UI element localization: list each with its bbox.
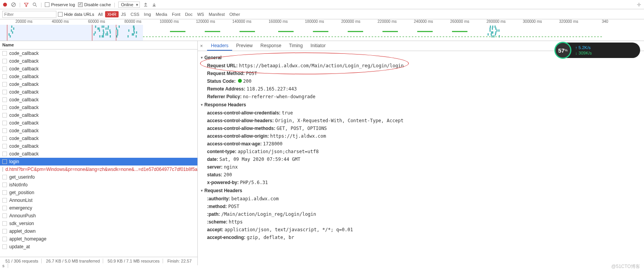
filter-icon[interactable] [24, 2, 29, 7]
timeline-tick: 340 [602, 19, 608, 24]
header-kv: x-powered-by: PHP/5.6.31 [201, 179, 641, 186]
header-kv: access-control-max-age: 1728000 [201, 140, 641, 148]
request-name: update_at [9, 244, 30, 249]
request-name: login [9, 159, 19, 164]
file-icon [2, 190, 7, 195]
filter-bar: Hide data URLs AllXHRJSCSSImgMediaFontDo… [0, 9, 644, 19]
file-icon [2, 144, 7, 148]
request-row[interactable]: code_callback [0, 142, 197, 150]
request-row[interactable]: code_callback [0, 111, 197, 119]
request-name: code_callback [9, 143, 39, 149]
request-row[interactable]: code_callback [0, 127, 197, 135]
request-row[interactable]: applet_down [0, 227, 197, 235]
request-row[interactable]: code_callback [0, 65, 197, 73]
header-kv: server: nginx [201, 163, 641, 171]
header-kv: access-control-allow-methods: GET, POST,… [201, 125, 641, 132]
name-column-header[interactable]: Name [0, 41, 197, 49]
request-row[interactable]: login [0, 158, 197, 166]
download-icon[interactable] [151, 2, 157, 7]
filter-type-all[interactable]: All [96, 11, 105, 17]
filter-type-css[interactable]: CSS [128, 11, 142, 17]
header-kv: :authority: betaapi.aldwx.com [201, 195, 641, 203]
tab-initiator[interactable]: Initiator [307, 41, 330, 51]
request-row[interactable]: code_callback [0, 73, 197, 80]
file-icon [2, 183, 7, 187]
section-header[interactable]: Request Headers [201, 186, 641, 195]
filter-type-doc[interactable]: Doc [183, 11, 195, 17]
filter-type-media[interactable]: Media [153, 11, 170, 17]
header-kv: access-control-allow-origin: https://tj.… [201, 132, 641, 140]
tab-preview[interactable]: Preview [232, 41, 257, 51]
tab-response[interactable]: Response [257, 41, 285, 51]
filter-type-js[interactable]: JS [119, 11, 128, 17]
network-speed-meter: 57% ↑ 5.2K/s ↓ 309K/s [555, 43, 640, 58]
file-icon [2, 51, 7, 56]
filter-type-font[interactable]: Font [170, 11, 183, 17]
request-row[interactable]: code_callback [0, 135, 197, 142]
request-row[interactable]: AnnounList [0, 196, 197, 204]
preserve-log-toggle[interactable]: Preserve log [45, 2, 75, 7]
request-name: code_callback [9, 51, 39, 56]
request-name: applet_homepage [9, 236, 46, 242]
request-row[interactable]: get_userinfo [0, 173, 197, 181]
record-icon[interactable] [2, 2, 8, 7]
headers-detail[interactable]: GeneralRequest URL: https://betaapi.aldw… [198, 51, 644, 265]
request-name: get_position [9, 190, 34, 195]
hide-data-urls-toggle[interactable]: Hide data URLs [58, 12, 94, 17]
header-kv: Request Method: POST [201, 70, 641, 77]
disable-cache-toggle[interactable]: Disable cache [78, 2, 111, 7]
request-name: code_callback [9, 113, 39, 118]
request-row[interactable]: code_callback [0, 150, 197, 158]
request-list[interactable]: code_callbackcode_callbackcode_callbackc… [0, 49, 197, 257]
header-kv: Remote Address: 118.25.165.227:443 [201, 85, 641, 93]
filter-type-ws[interactable]: WS [195, 11, 206, 17]
file-icon [2, 237, 7, 241]
close-icon[interactable]: × [200, 43, 206, 49]
upload-icon[interactable] [143, 2, 148, 7]
throttle-select[interactable]: Online [118, 2, 140, 8]
request-row[interactable]: d.html?br=PC&pm=Windows&pr=none&lang=zh&… [0, 166, 197, 173]
svg-point-5 [638, 4, 640, 5]
tab-timing[interactable]: Timing [285, 41, 307, 51]
section-header[interactable]: Response Headers [201, 101, 641, 109]
request-row[interactable]: code_callback [0, 57, 197, 65]
network-timeline[interactable]: 20000 ms40000 ms60000 ms80000 ms100000 m… [0, 19, 644, 41]
file-icon [2, 159, 7, 164]
header-kv: status: 200 [201, 171, 641, 179]
timeline-tick: 80000 ms [124, 19, 141, 24]
timeline-tick: 100000 ms [160, 19, 178, 24]
filter-type-img[interactable]: Img [142, 11, 153, 17]
tab-headers[interactable]: Headers [207, 41, 232, 51]
request-row[interactable]: code_callback [0, 119, 197, 127]
filter-type-manifest[interactable]: Manifest [206, 11, 227, 17]
file-icon [2, 90, 7, 94]
request-row[interactable]: code_callback [0, 80, 197, 88]
filter-types: AllXHRJSCSSImgMediaFontDocWSManifestOthe… [96, 11, 243, 17]
filter-input[interactable] [2, 11, 56, 18]
request-row[interactable]: emergency [0, 204, 197, 212]
request-row[interactable]: code_callback [0, 49, 197, 57]
request-row[interactable]: isNotInfo [0, 181, 197, 189]
request-row[interactable]: get_position [0, 189, 197, 196]
request-row[interactable]: code_callback [0, 96, 197, 104]
filter-type-xhr[interactable]: XHR [105, 11, 119, 17]
request-row[interactable]: code_callback [0, 104, 197, 111]
search-icon[interactable] [32, 2, 37, 7]
file-icon [2, 113, 7, 118]
request-row[interactable]: update_at [0, 243, 197, 251]
settings-icon[interactable] [636, 2, 642, 7]
file-icon [2, 152, 7, 156]
request-name: code_callback [9, 105, 39, 110]
timeline-tick: 60000 ms [88, 19, 105, 24]
file-icon [2, 97, 7, 102]
clear-icon[interactable] [11, 2, 16, 7]
request-row[interactable]: applet_homepage [0, 235, 197, 243]
file-icon [2, 136, 7, 141]
filter-type-other[interactable]: Other [227, 11, 243, 17]
upload-speed: ↑ 5.2K/s [575, 45, 592, 50]
file-icon [2, 244, 7, 249]
request-row[interactable]: AnnounPush [0, 212, 197, 220]
request-row[interactable]: sdk_version [0, 220, 197, 227]
request-panel: Name code_callbackcode_callbackcode_call… [0, 41, 198, 265]
request-row[interactable]: code_callback [0, 88, 197, 96]
